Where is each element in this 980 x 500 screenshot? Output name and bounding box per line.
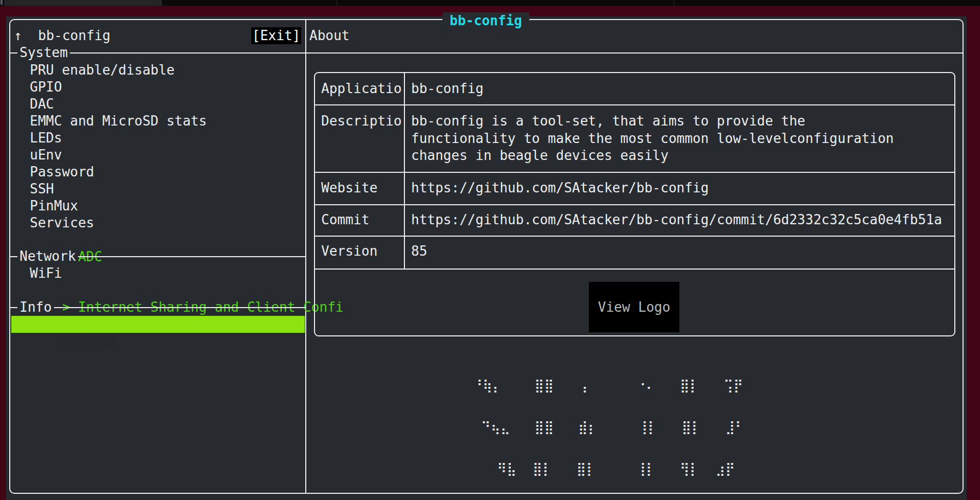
section-label-system: System <box>17 44 70 61</box>
sidebar-item-leds[interactable]: LEDs <box>30 130 62 147</box>
sidebar-item-about[interactable]: >About <box>11 316 305 333</box>
window-edge-glyph <box>1 0 3 5</box>
exit-button[interactable]: [Exit] <box>251 27 301 44</box>
table-value-website: https://github.com/SAtacker/bb-config <box>411 180 709 197</box>
sidebar-item-password[interactable]: Password <box>30 164 94 181</box>
table-label-version: Version <box>321 243 378 260</box>
beagle-ascii-logo: ⠘⢷⡄ ⣿⣿ ⢠ ⠐⠄ ⣿⡇ ⢩⡟ ⠙⢦⣄ ⣿⣿ ⣾⡆ ⢸⡇ ⣿⡇ ⣸⠃ ⠻⣧ … <box>473 351 767 500</box>
table-value-description-line1: bb-config is a tool-set, that aims to pr… <box>411 113 805 130</box>
table-row-divider <box>315 172 955 173</box>
section-line-info <box>9 307 306 308</box>
table-label-description: Descriptio <box>321 113 402 130</box>
table-value-application: bb-config <box>411 80 484 97</box>
sidebar-item-adc[interactable]: >ADC <box>14 231 102 248</box>
sidebar-item-pru[interactable]: PRU enable/disable <box>30 62 175 79</box>
panel-title: About <box>309 27 349 44</box>
view-logo-button[interactable]: View Logo <box>589 282 679 332</box>
sidebar-item-pinmux[interactable]: PinMux <box>30 198 78 215</box>
sidebar-item-emmc[interactable]: EMMC and MicroSD stats <box>30 113 207 130</box>
selection-caret: > <box>62 333 78 350</box>
window-title: bb-config <box>442 12 529 29</box>
sidebar-item-dac[interactable]: DAC <box>30 96 54 113</box>
sidebar-app-name: bb-config <box>38 27 110 44</box>
table-label-application: Applicatio <box>321 80 402 97</box>
sidebar-item-gpio[interactable]: GPIO <box>30 79 62 96</box>
tab-separator <box>336 0 337 6</box>
table-value-commit: https://github.com/SAtacker/bb-config/co… <box>411 211 942 228</box>
sidebar-item-ssh[interactable]: SSH <box>30 181 54 198</box>
section-line-system <box>9 52 964 53</box>
browser-tab[interactable] <box>4 0 162 6</box>
table-value-description-line3: changes in beagle devices easily <box>411 147 669 164</box>
table-row-divider <box>315 104 955 105</box>
table-row-divider <box>315 204 955 205</box>
tab-bar <box>0 0 980 6</box>
section-label-network: Network <box>17 248 78 265</box>
table-column-divider <box>404 73 405 269</box>
section-label-info: Info <box>17 299 54 316</box>
table-row-divider <box>315 236 955 237</box>
back-arrow-icon[interactable]: ↑ <box>14 27 22 44</box>
sidebar-item-wifi[interactable]: WiFi <box>30 265 62 282</box>
table-row-divider <box>315 269 955 270</box>
table-value-version: 85 <box>411 243 427 260</box>
sidebar-item-uenv[interactable]: uEnv <box>30 147 62 164</box>
tab-separator <box>673 0 674 6</box>
table-label-commit: Commit <box>321 211 369 228</box>
table-value-description-line2: functionality to make the most common lo… <box>411 130 894 147</box>
sidebar-item-label: About <box>78 333 118 349</box>
screen: bb-config ↑ bb-config [Exit] System PRU … <box>0 0 980 500</box>
sidebar-item-services[interactable]: Services <box>30 215 94 231</box>
table-label-website: Website <box>321 180 378 197</box>
sidebar-item-internet-sharing[interactable]: >Internet Sharing and Client Confi <box>14 282 343 299</box>
